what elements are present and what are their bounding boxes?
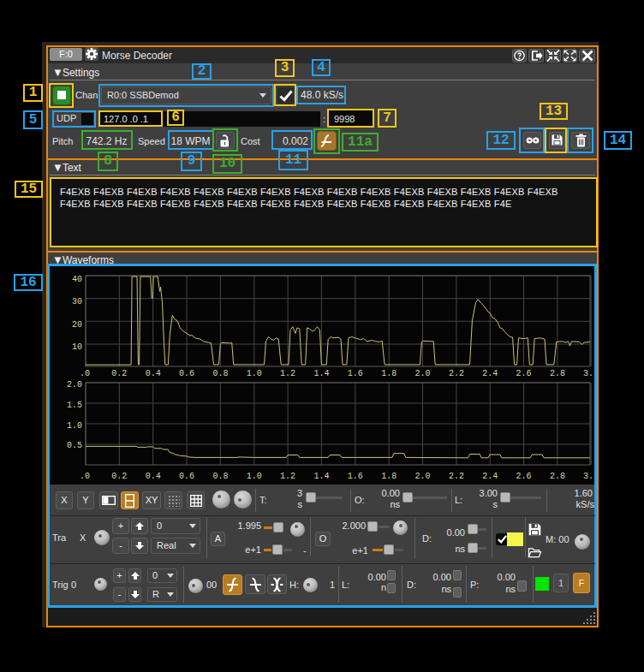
svg-text:0.5: 0.5 xyxy=(67,441,82,450)
svg-text:1.0: 1.0 xyxy=(247,472,262,481)
svg-text:0.4: 0.4 xyxy=(146,472,161,481)
svg-text:2.0: 2.0 xyxy=(67,380,82,390)
svg-text:10: 10 xyxy=(72,342,82,352)
svg-text:20: 20 xyxy=(72,320,82,330)
svg-text:.0: .0 xyxy=(80,369,90,378)
svg-text:1.0: 1.0 xyxy=(247,369,262,378)
svg-text:1.4: 1.4 xyxy=(313,369,329,378)
svg-text:0.6: 0.6 xyxy=(179,472,194,481)
svg-text:2.2: 2.2 xyxy=(449,472,464,481)
svg-text:1.4: 1.4 xyxy=(313,472,329,481)
svg-text:1.8: 1.8 xyxy=(381,369,397,378)
svg-text:0.2: 0.2 xyxy=(111,472,127,481)
svg-text:1.6: 1.6 xyxy=(348,472,363,481)
svg-text:1.0: 1.0 xyxy=(67,421,82,431)
svg-text:1.6: 1.6 xyxy=(348,369,363,378)
svg-text:40: 40 xyxy=(72,275,82,284)
svg-text:2.4: 2.4 xyxy=(482,369,498,378)
svg-text:1.5: 1.5 xyxy=(67,401,82,410)
svg-text:30: 30 xyxy=(72,297,82,306)
svg-text:3.: 3. xyxy=(583,472,593,481)
svg-text:1.8: 1.8 xyxy=(381,472,397,481)
svg-text:2.6: 2.6 xyxy=(516,472,531,481)
svg-text:2.8: 2.8 xyxy=(550,369,565,378)
svg-text:0.8: 0.8 xyxy=(212,369,228,378)
svg-text:.0: .0 xyxy=(80,472,90,481)
svg-text:0.4: 0.4 xyxy=(146,369,161,378)
svg-text:2.0: 2.0 xyxy=(414,369,430,378)
svg-text:2.8: 2.8 xyxy=(550,472,565,481)
svg-text:0.8: 0.8 xyxy=(212,472,228,481)
svg-text:1.2: 1.2 xyxy=(280,472,295,481)
svg-text:2.4: 2.4 xyxy=(482,472,498,481)
svg-text:2.6: 2.6 xyxy=(516,369,531,378)
svg-text:3.: 3. xyxy=(583,369,593,378)
svg-text:0.6: 0.6 xyxy=(179,369,194,378)
svg-text:2.2: 2.2 xyxy=(449,369,464,378)
svg-text:1.2: 1.2 xyxy=(280,369,295,378)
svg-text:0.2: 0.2 xyxy=(111,369,127,378)
svg-text:2.0: 2.0 xyxy=(414,472,430,481)
